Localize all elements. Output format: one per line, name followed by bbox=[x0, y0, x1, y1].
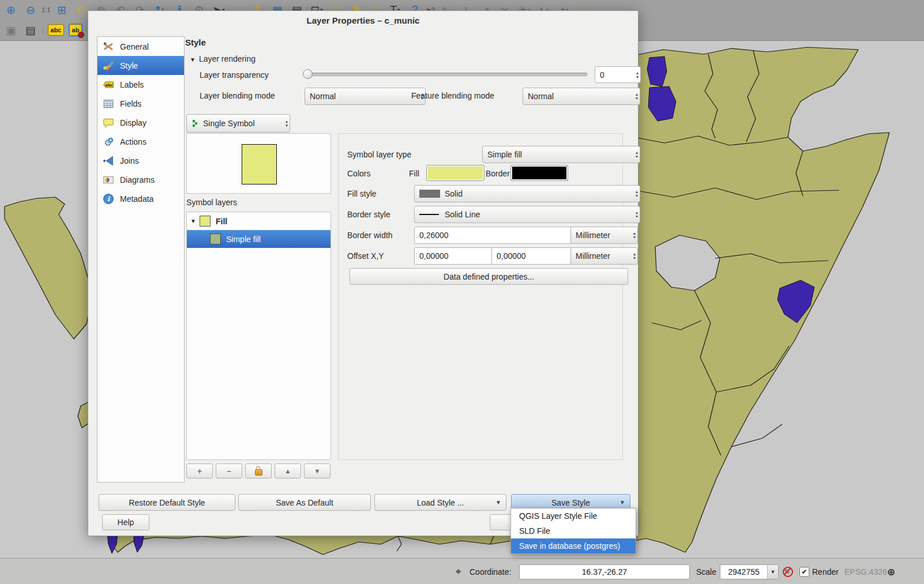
border-style-combo[interactable]: Solid Line ▴▾ bbox=[414, 206, 640, 223]
tree-row-simple-fill[interactable]: Simple fill bbox=[187, 230, 330, 248]
data-defined-properties-button[interactable]: Data defined properties... bbox=[350, 268, 628, 285]
offset-unit-combo[interactable]: Millimeter ▴▾ bbox=[570, 247, 638, 265]
actions-icon: ⚙ bbox=[102, 135, 115, 148]
crs-status-label: EPSG:4326 bbox=[844, 567, 887, 577]
lock-icon bbox=[255, 469, 262, 476]
dropdown-arrow-icon: ▼ bbox=[495, 499, 501, 506]
render-checkbox[interactable]: ✔ bbox=[799, 567, 809, 577]
restore-default-style-button[interactable]: Restore Default Style bbox=[99, 494, 235, 511]
map-selected-feature bbox=[134, 534, 144, 552]
fields-icon bbox=[102, 97, 115, 110]
labels-icon: abc bbox=[102, 78, 115, 91]
coordinate-input[interactable]: 16.37,-26.27 bbox=[519, 564, 690, 579]
menu-item-sld-file[interactable]: SLD File bbox=[511, 523, 636, 538]
crs-globe-icon[interactable]: ⊕ bbox=[887, 566, 895, 578]
fill-style-label: Fill style bbox=[347, 189, 377, 198]
zoom-out-button[interactable]: ⊖ bbox=[22, 1, 39, 18]
fill-style-combo[interactable]: Solid ▴▾ bbox=[414, 185, 640, 202]
sidebar-item-label: Display bbox=[120, 118, 147, 127]
feature-blending-label: Feature blending mode bbox=[411, 91, 494, 100]
move-up-button[interactable]: ▲ bbox=[275, 464, 301, 478]
down-arrow-icon: ▼ bbox=[314, 468, 321, 474]
renderer-type-combo[interactable]: Single Symbol ▴▾ bbox=[186, 114, 290, 133]
transparency-value: 0 bbox=[600, 70, 604, 80]
border-width-label: Border width bbox=[347, 231, 393, 240]
move-label-button[interactable]: ab bbox=[67, 21, 84, 39]
offset-x-value: 0,00000 bbox=[419, 251, 449, 261]
help-label: Help bbox=[118, 518, 134, 527]
sidebar-item-label: Metadata bbox=[120, 194, 153, 204]
fill-color-button[interactable] bbox=[426, 165, 484, 181]
symbol-preview-panel bbox=[186, 133, 331, 194]
border-color-button[interactable] bbox=[510, 165, 568, 181]
fill-color-label: Fill bbox=[409, 169, 419, 178]
labeling-button[interactable]: abc bbox=[47, 21, 65, 39]
sidebar-item-label: Joins bbox=[120, 156, 139, 165]
border-width-unit-combo[interactable]: Millimeter ▴▾ bbox=[570, 227, 638, 244]
scale-combo[interactable]: 2942755 ▼ bbox=[720, 564, 779, 579]
feature-blending-combo[interactable]: Normal ▴▾ bbox=[523, 88, 640, 105]
pin-icon bbox=[78, 32, 84, 38]
solid-line-swatch-icon bbox=[419, 214, 439, 215]
border-style-value: Solid Line bbox=[445, 210, 480, 219]
load-style-button[interactable]: Load Style ... ▼ bbox=[374, 494, 506, 511]
diagrams-icon bbox=[102, 174, 115, 186]
mouse-position-toggle-icon[interactable]: ⌖ bbox=[456, 566, 461, 578]
layer-blending-label: Layer blending mode bbox=[200, 91, 275, 100]
scale-label: Scale bbox=[696, 567, 716, 577]
border-width-spinbox[interactable]: 0,26000 ▴▾ bbox=[414, 227, 584, 244]
sidebar-item-diagrams[interactable]: Diagrams bbox=[97, 170, 184, 189]
sidebar-item-general[interactable]: General bbox=[97, 37, 184, 56]
zoom-in-button[interactable]: ⊕ bbox=[2, 1, 20, 18]
sidebar-item-joins[interactable]: Joins bbox=[97, 151, 184, 170]
sidebar-item-actions[interactable]: ⚙Actions bbox=[97, 132, 184, 151]
help-button[interactable]: Help bbox=[102, 514, 149, 530]
spin-arrows-icon[interactable]: ▴▾ bbox=[636, 71, 638, 79]
save-as-default-button[interactable]: Save As Default bbox=[238, 494, 371, 511]
copy-style-button: ▣ bbox=[2, 21, 20, 39]
svg-text:abc: abc bbox=[105, 82, 113, 87]
zoom-actual-icon: 1:1 bbox=[42, 6, 50, 13]
layer-rendering-group[interactable]: ▼Layer rendering bbox=[190, 54, 256, 63]
labeling-icon: abc bbox=[48, 24, 65, 36]
lock-colors-button[interactable] bbox=[245, 464, 272, 478]
zoom-actual-button[interactable]: 1:1 bbox=[42, 1, 51, 18]
colors-label: Colors bbox=[347, 169, 370, 178]
display-icon bbox=[102, 116, 115, 129]
transparency-slider[interactable] bbox=[305, 73, 587, 76]
symbol-layer-properties-panel bbox=[338, 133, 623, 460]
save-as-default-label: Save As Default bbox=[276, 498, 333, 507]
layer-blending-combo[interactable]: Normal ▴▾ bbox=[305, 88, 426, 105]
collapse-triangle-icon: ▼ bbox=[190, 56, 196, 63]
tree-row-fill[interactable]: ▼ Fill bbox=[187, 212, 330, 230]
zoom-full-button[interactable]: ⊞ bbox=[53, 1, 70, 18]
move-down-button[interactable]: ▼ bbox=[304, 464, 330, 478]
symbol-layer-type-combo[interactable]: Simple fill ▴▾ bbox=[482, 146, 640, 163]
paste-style-icon: ▤ bbox=[25, 24, 36, 37]
fill-symbol-swatch-icon bbox=[200, 216, 211, 227]
sidebar-item-style[interactable]: Style bbox=[97, 56, 184, 75]
add-symbol-layer-button[interactable]: ＋ bbox=[186, 464, 213, 478]
menu-item-save-in-database-postgres-[interactable]: Save in database (postgres) bbox=[511, 538, 636, 553]
scale-value: 2942755 bbox=[720, 567, 767, 577]
menu-item-qgis-layer-style-file[interactable]: QGIS Layer Style File bbox=[511, 508, 636, 523]
scale-dropdown-icon[interactable]: ▼ bbox=[767, 565, 778, 579]
spin-arrows-icon: ▴▾ bbox=[636, 92, 638, 100]
tree-expand-icon[interactable]: ▼ bbox=[187, 218, 200, 224]
remove-symbol-layer-button[interactable]: − bbox=[216, 464, 242, 478]
transparency-spinbox[interactable]: 0 ▴▾ bbox=[595, 66, 641, 83]
data-defined-properties-label: Data defined properties... bbox=[444, 272, 534, 281]
spin-arrows-icon: ▴▾ bbox=[633, 252, 636, 260]
offset-y-value: 0,00000 bbox=[497, 251, 526, 261]
metadata-icon: i bbox=[102, 193, 115, 205]
sidebar-item-display[interactable]: Display bbox=[97, 113, 184, 132]
stop-rendering-icon[interactable]: ✎ bbox=[782, 566, 794, 578]
sidebar-item-metadata[interactable]: iMetadata bbox=[97, 189, 184, 208]
sidebar-item-labels[interactable]: abcLabels bbox=[97, 75, 184, 94]
status-bar: ⌖ Coordinate: 16.37,-26.27 Scale 2942755… bbox=[0, 558, 924, 584]
sidebar-item-fields[interactable]: Fields bbox=[97, 94, 184, 113]
map-selected-feature bbox=[647, 56, 667, 86]
style-icon bbox=[102, 59, 115, 72]
paste-style-button[interactable]: ▤ bbox=[22, 21, 39, 39]
transparency-slider-handle[interactable] bbox=[303, 69, 313, 79]
